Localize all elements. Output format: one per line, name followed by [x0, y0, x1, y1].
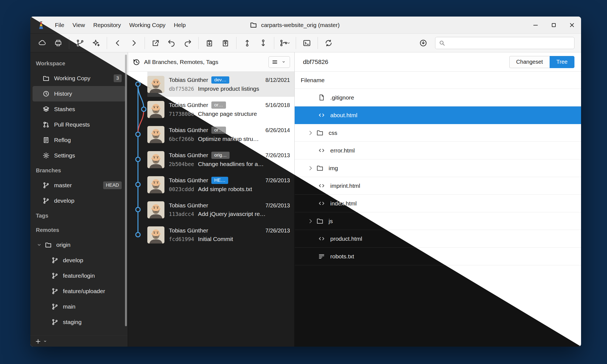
sidebar-remote-origin[interactable]: origin	[33, 237, 126, 253]
chevron-right-icon	[307, 165, 313, 171]
file-name: product.html	[330, 235, 362, 242]
avatar	[147, 151, 164, 168]
redo-button[interactable]	[180, 36, 196, 50]
file-name: img	[329, 165, 338, 172]
menu-help[interactable]: Help	[170, 20, 190, 30]
desktop-background: File View Repository Working Copy Help c…	[0, 0, 607, 364]
avatar	[147, 101, 164, 118]
branch-badge: orig…	[211, 152, 229, 159]
commit-row[interactable]: Tobias Günther HE… 7/26/2013 0023cddd Ad…	[128, 172, 294, 197]
commit-hash: 0023cddd	[169, 186, 194, 192]
file-name: .gitignore	[330, 94, 354, 101]
cloud-icon	[38, 39, 46, 47]
commit-push-icon	[259, 39, 267, 47]
history-filter-bar: All Branches, Remotes, Tags	[128, 52, 294, 72]
toolbar	[30, 34, 581, 52]
layers-icon	[42, 106, 50, 113]
updates-button[interactable]	[415, 36, 431, 50]
sidebar-remote-branch-staging[interactable]: staging	[33, 314, 126, 330]
commit-row[interactable]: Tobias Günther 7/26/2013 fcd61994 Initia…	[128, 222, 294, 247]
chevron-down-icon	[43, 339, 47, 343]
refresh-button[interactable]	[321, 36, 337, 50]
avatar	[147, 126, 164, 143]
commit-message: Add jQuery javascript re…	[198, 211, 266, 217]
sidebar-scrollbar[interactable]	[125, 55, 127, 326]
forward-button[interactable]	[126, 36, 142, 50]
branch-label: main	[63, 303, 76, 310]
file-row-about-selected[interactable]: about.html	[295, 106, 581, 124]
menu-file[interactable]: File	[51, 20, 68, 30]
search-box[interactable]	[435, 37, 574, 49]
search-input[interactable]	[448, 40, 571, 46]
history-clock-icon	[132, 58, 140, 66]
remotes-section-header: Remotes	[30, 223, 128, 237]
undo-button[interactable]	[164, 36, 180, 50]
commit-hash: 6bcf266b	[169, 136, 194, 142]
folder-row-img[interactable]: img	[295, 159, 581, 177]
sidebar: Workspace Working Copy 3 History Stashes	[30, 52, 128, 347]
terminal-button[interactable]	[299, 36, 315, 50]
view-toggle: Changeset Tree	[509, 56, 574, 68]
commit-hash: dbf75826	[169, 86, 194, 92]
file-icon	[318, 94, 325, 101]
history-options-button[interactable]	[268, 56, 290, 68]
folder-icon	[42, 75, 50, 82]
sidebar-remote-branch-feature-login[interactable]: feature/login	[33, 268, 126, 283]
folder-row-css[interactable]: css	[295, 124, 581, 142]
chevron-right-icon	[307, 218, 313, 224]
back-button[interactable]	[110, 36, 126, 50]
code-icon	[318, 111, 325, 119]
commit-date: 6/26/2014	[265, 127, 290, 133]
clipboard-down-icon	[205, 39, 214, 47]
toolbar-divider	[145, 37, 145, 49]
menu-repository[interactable]: Repository	[89, 20, 125, 30]
stash-button[interactable]	[201, 36, 217, 50]
sidebar-branch-develop[interactable]: develop	[33, 193, 126, 208]
file-row-gitignore[interactable]: .gitignore	[295, 89, 581, 106]
changeset-toggle-button[interactable]: Changeset	[509, 56, 550, 68]
redo-icon	[183, 39, 192, 47]
sidebar-item-label: Working Copy	[54, 75, 90, 82]
add-repository-bar[interactable]	[30, 336, 128, 347]
push-button[interactable]	[255, 36, 271, 50]
commit-author: Tobias Günther	[169, 177, 208, 184]
sidebar-item-pull-requests[interactable]: Pull Requests	[33, 117, 126, 132]
pull-button[interactable]	[239, 36, 255, 50]
sidebar-item-stashes[interactable]: Stashes	[33, 101, 126, 117]
commit-hash: 113adcc4	[169, 211, 194, 217]
sidebar-item-history[interactable]: History	[33, 86, 126, 101]
menu-working-copy[interactable]: Working Copy	[125, 20, 170, 30]
branch-label: develop	[63, 257, 83, 264]
branch-icon	[51, 318, 58, 326]
sidebar-item-reflog[interactable]: Reflog	[33, 132, 126, 148]
chevron-left-icon	[114, 39, 122, 47]
minimize-button[interactable]	[526, 17, 545, 33]
checkout-button[interactable]	[148, 36, 164, 50]
file-row-error[interactable]: error.html	[295, 142, 581, 159]
file-row-imprint[interactable]: imprint.html	[295, 177, 581, 195]
chevron-down-icon	[280, 60, 287, 64]
sidebar-item-working-copy[interactable]: Working Copy 3	[33, 71, 126, 86]
toolbar-divider	[236, 37, 236, 49]
window-title-text: carparts-website_orig (master)	[261, 22, 340, 28]
working-copy-count-badge: 3	[114, 74, 122, 82]
sidebar-item-label: Stashes	[54, 106, 75, 113]
commit-row[interactable]: Tobias Günther 7/26/2013 113adcc4 Add jQ…	[128, 197, 294, 222]
avatar	[147, 176, 164, 193]
sidebar-remote-branch-develop[interactable]: develop	[33, 253, 126, 268]
merge-button[interactable]	[277, 36, 293, 50]
folder-icon	[45, 241, 52, 248]
menu-view[interactable]: View	[68, 20, 89, 30]
sidebar-item-settings[interactable]: Settings	[33, 148, 126, 163]
tree-toggle-button[interactable]: Tree	[550, 56, 574, 68]
fetch-button[interactable]	[34, 36, 50, 50]
file-name: error.html	[330, 147, 355, 154]
cherry-pick-button[interactable]	[88, 36, 104, 50]
apply-stash-button[interactable]	[217, 36, 233, 50]
sidebar-remote-branch-main[interactable]: main	[33, 299, 126, 314]
sidebar-remote-branch-feature-uploader[interactable]: feature/uploader	[33, 283, 126, 299]
close-button[interactable]	[563, 17, 581, 33]
maximize-button[interactable]	[545, 17, 563, 33]
print-button[interactable]	[50, 36, 66, 50]
sidebar-branch-master[interactable]: master HEAD	[33, 178, 126, 193]
